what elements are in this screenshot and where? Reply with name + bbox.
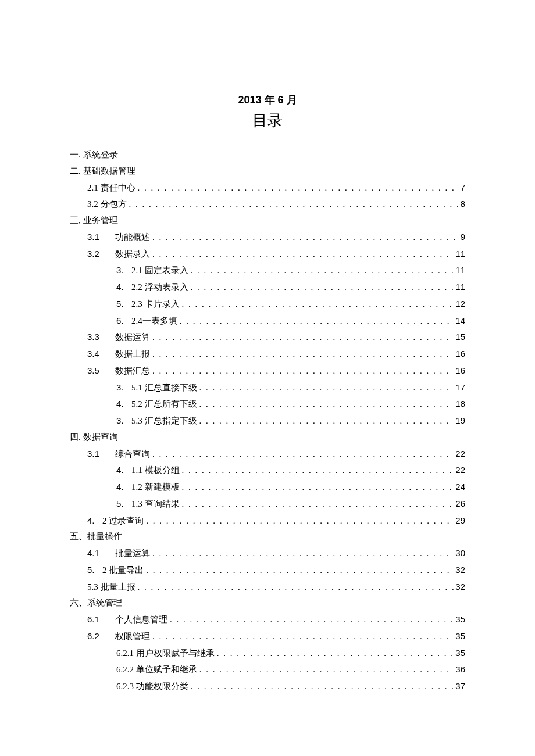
toc-leader-dots	[150, 230, 459, 246]
toc-entry: 六、系统管理	[70, 595, 465, 611]
toc-entry-page: 37	[454, 678, 465, 694]
toc-entry: 5.3 批量上报32	[70, 579, 465, 596]
toc-entry-number: 4.	[116, 396, 131, 412]
toc-leader-dots	[215, 646, 455, 662]
toc-entry-page: 12	[454, 296, 465, 312]
toc-leader-dots	[188, 263, 455, 279]
header: 2013 年 6 月 目录	[70, 93, 465, 131]
toc-entry-label: 1.3 查询结果	[131, 496, 180, 513]
toc-entry-label: 2 批量导出	[102, 562, 144, 579]
toc-entry-number: 3.	[116, 379, 131, 396]
toc-entry-page: 35	[454, 611, 465, 628]
toc-entry: 4.2.2 浮动表录入11	[70, 279, 465, 296]
toc-entry-label: 综合查询	[115, 446, 150, 463]
toc-leader-dots	[177, 313, 455, 329]
toc-entry-number: 4.	[87, 513, 102, 529]
toc-entry-number: 5.	[116, 496, 131, 512]
toc-entry-page: 8	[459, 196, 465, 212]
toc-entry: 6.2权限管理35	[70, 628, 465, 645]
toc-leader-dots	[135, 579, 455, 596]
toc-entry-page: 24	[454, 479, 465, 495]
toc-entry-page: 22	[454, 462, 465, 478]
toc-leader-dots	[150, 446, 454, 463]
toc-entry-page: 35	[454, 645, 465, 661]
toc-entry: 4.1.1 模板分组22	[70, 462, 465, 479]
toc-entry-page: 17	[454, 379, 465, 396]
toc-entry: 五、批量操作	[70, 529, 465, 545]
toc-leader-dots	[127, 196, 459, 213]
toc-entry: 5.2.3 卡片录入12	[70, 296, 465, 313]
toc-entry-number: 3.	[116, 262, 131, 278]
toc-entry-label: 2.3 卡片录入	[131, 296, 180, 313]
toc-leader-dots	[180, 463, 455, 479]
toc-entry: 4.1.2 新建模板24	[70, 479, 465, 496]
toc-entry-page: 29	[454, 513, 465, 529]
toc-entry-number: 3.1	[87, 229, 115, 245]
toc-entry: 6.2.2 单位赋予和继承36	[70, 661, 465, 678]
toc-leader-dots	[144, 562, 454, 579]
toc-leader-dots	[197, 396, 455, 413]
table-of-contents: 一. 系统登录二. 基础数据管理2.1 责任中心73.2 分包方8三, 业务管理…	[70, 147, 465, 695]
toc-entry: 6.2.1 用户权限赋予与继承35	[70, 645, 465, 662]
toc-leader-dots	[197, 662, 455, 678]
toc-entry-number: 3.4	[87, 346, 115, 362]
document-title: 目录	[70, 110, 465, 131]
toc-entry-page: 15	[454, 329, 465, 345]
toc-entry-number: 4.1	[87, 545, 115, 561]
toc-entry-number: 4.	[116, 462, 131, 478]
toc-entry-label: 数据运算	[115, 329, 150, 346]
toc-entry-number: 6.1	[87, 611, 115, 628]
toc-entry: 4.2 过录查询29	[70, 513, 465, 529]
toc-entry-label: 一. 系统登录	[70, 147, 118, 163]
toc-entry: 四. 数据查询	[70, 429, 465, 446]
toc-entry: 6.1个人信息管理35	[70, 611, 465, 628]
toc-entry: 5.2 批量导出32	[70, 562, 465, 579]
document-date: 2013 年 6 月	[70, 93, 465, 107]
toc-entry-label: 5.2 汇总所有下级	[131, 396, 197, 413]
toc-entry: 二. 基础数据管理	[70, 163, 465, 180]
toc-entry-label: 2.2 浮动表录入	[131, 280, 188, 296]
toc-entry-label: 5.3 汇总指定下级	[131, 413, 197, 429]
toc-entry-number: 6.2	[87, 628, 115, 644]
toc-entry: 3.1功能概述9	[70, 229, 465, 246]
toc-entry-number: 6.	[116, 313, 131, 329]
toc-entry-label: 2 过录查询	[102, 513, 144, 529]
toc-entry-page: 30	[454, 545, 465, 561]
toc-entry: 3.5.1 汇总直接下级17	[70, 379, 465, 396]
toc-entry-label: 5.3 批量上报	[87, 579, 135, 596]
toc-entry-number: 3.2	[87, 246, 115, 262]
toc-entry: 3.2.1 固定表录入11	[70, 262, 465, 279]
toc-leader-dots	[167, 612, 454, 628]
toc-entry-label: 6.2.1 用户权限赋予与继承	[116, 646, 215, 662]
toc-leader-dots	[197, 380, 455, 396]
toc-entry-label: 2.1 责任中心	[87, 180, 135, 196]
toc-entry-page: 26	[454, 496, 465, 512]
toc-entry-label: 6.2.3 功能权限分类	[116, 679, 188, 695]
toc-entry-number: 3.5	[87, 363, 115, 379]
toc-entry-page: 35	[454, 628, 465, 644]
toc-entry: 5.1.3 查询结果26	[70, 496, 465, 513]
toc-entry-label: 五、批量操作	[70, 529, 122, 545]
toc-leader-dots	[144, 513, 454, 529]
toc-entry-label: 1.1 模板分组	[131, 463, 180, 479]
toc-entry-label: 二. 基础数据管理	[70, 163, 135, 180]
toc-entry: 三, 业务管理	[70, 213, 465, 229]
toc-leader-dots	[150, 346, 454, 363]
toc-entry: 3.4数据上报16	[70, 346, 465, 363]
toc-entry-label: 功能概述	[115, 230, 150, 246]
toc-entry-page: 11	[454, 246, 465, 262]
toc-entry-page: 18	[454, 396, 465, 412]
toc-entry-page: 22	[454, 446, 465, 462]
toc-entry: 3.2数据录入11	[70, 246, 465, 263]
toc-entry: 6.2.4一表多填14	[70, 313, 465, 329]
toc-entry-label: 六、系统管理	[70, 595, 122, 611]
toc-entry: 3.2 分包方8	[70, 196, 465, 213]
toc-entry-number: 5.	[87, 562, 102, 578]
toc-entry-label: 3.2 分包方	[87, 196, 127, 213]
toc-entry-page: 9	[459, 229, 465, 245]
toc-leader-dots	[188, 280, 455, 296]
toc-entry: 4.5.2 汇总所有下级18	[70, 396, 465, 413]
toc-entry-number: 3.1	[87, 446, 115, 462]
toc-leader-dots	[180, 296, 455, 313]
toc-leader-dots	[150, 329, 454, 346]
